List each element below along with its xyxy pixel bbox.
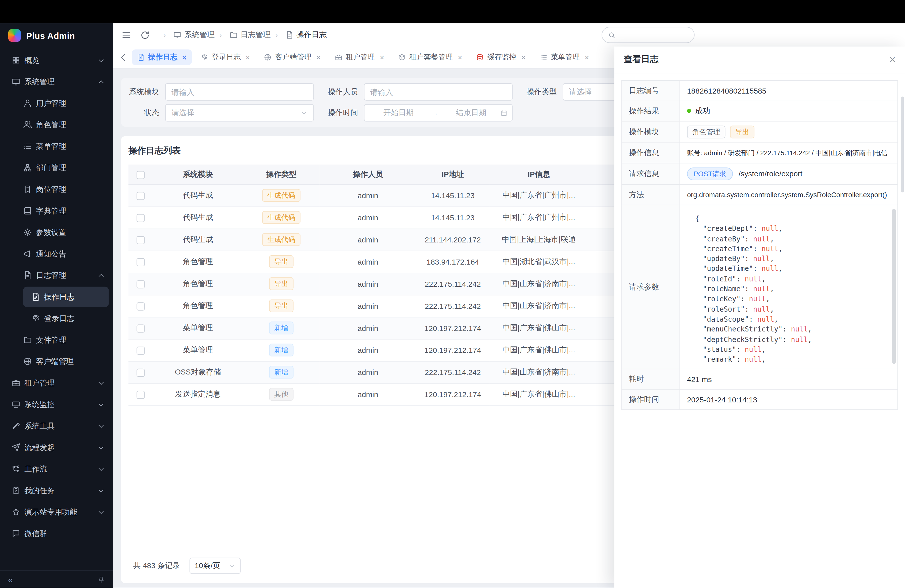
topbar: › 系统管理 › 日志管理 › <box>113 23 905 46</box>
field-label: 操作结果 <box>622 101 680 121</box>
cell-ip: 183.94.172.164 <box>416 251 489 273</box>
tab[interactable]: 租户管理 × <box>330 49 390 65</box>
page-size-select[interactable]: 10条/页 <box>189 558 241 574</box>
breadcrumb-item[interactable]: › 日志管理 <box>215 30 271 40</box>
sidebar-item[interactable]: 登录日志 <box>23 308 109 329</box>
sidebar-item[interactable]: 系统管理 <box>5 72 109 92</box>
select-all-checkbox[interactable] <box>137 171 144 179</box>
module-filter-input[interactable] <box>165 83 314 100</box>
params-scrollbar[interactable] <box>892 209 896 364</box>
sidebar-item[interactable]: 参数设置 <box>5 222 109 242</box>
field-label: 操作时间 <box>622 389 680 410</box>
json-line: createBy: null, <box>695 234 880 244</box>
breadcrumb-separator: › <box>164 30 166 39</box>
tab[interactable]: 客户端管理 × <box>259 49 326 65</box>
tab-close-icon[interactable]: × <box>245 53 250 61</box>
row-checkbox[interactable] <box>137 369 144 377</box>
list-icon <box>540 54 547 61</box>
sidebar-item[interactable]: 系统监控 <box>5 394 109 415</box>
success-dot-icon <box>687 109 691 113</box>
search-icon <box>608 31 615 39</box>
chevron-down-icon <box>229 563 235 569</box>
sidebar-item-label: 字典管理 <box>36 205 103 216</box>
row-checkbox[interactable] <box>137 280 144 288</box>
sidebar-item-label: 概览 <box>24 55 95 65</box>
sidebar-item[interactable]: 通知公告 <box>5 244 109 264</box>
tab-close-icon[interactable]: × <box>379 53 384 61</box>
cell-ip: 120.197.212.174 <box>416 317 489 339</box>
tabs-scroll-left-icon[interactable] <box>118 52 129 63</box>
breadcrumb-item[interactable]: › 操作日志 <box>271 30 327 40</box>
request-params-json: { createDept: null, createBy: null, crea… <box>687 209 891 365</box>
breadcrumb-item[interactable]: › 系统管理 <box>159 30 215 40</box>
sidebar-item[interactable]: 用户管理 <box>5 93 109 113</box>
sidebar-item[interactable]: 系统工具 <box>5 416 109 436</box>
tab-close-icon[interactable]: × <box>521 53 526 61</box>
cell-ip-info: 中国|广东省|佛山市|... <box>489 383 588 405</box>
screen: Plus Admin 概览 系统管理 <box>0 0 905 588</box>
sidebar-item-label: 我的任务 <box>24 485 95 496</box>
sidebar-item[interactable]: 概览 <box>5 50 109 70</box>
header-search-input[interactable] <box>602 27 695 43</box>
sidebar-item[interactable]: 租户管理 <box>5 373 109 393</box>
operator-filter-input[interactable] <box>364 83 513 100</box>
cell-operator: admin <box>320 251 416 273</box>
calendar-icon <box>500 110 508 116</box>
module-tag: 导出 <box>730 126 754 138</box>
sidebar-item[interactable]: 我的任务 <box>5 480 109 501</box>
tab[interactable]: 租户套餐管理 × <box>393 49 468 65</box>
chevron-icon <box>98 487 103 492</box>
sidebar-item[interactable]: 客户端管理 <box>5 351 109 372</box>
sidebar-collapse-button[interactable]: « <box>8 575 13 584</box>
duration-value: 421 ms <box>680 369 898 389</box>
sidebar-item[interactable]: 工作流 <box>5 459 109 479</box>
tab-close-icon[interactable]: × <box>182 53 187 61</box>
tab[interactable]: 菜单管理 × <box>535 49 595 65</box>
row-checkbox[interactable] <box>137 214 144 222</box>
pin-icon[interactable] <box>97 575 105 583</box>
tab[interactable]: 操作日志 × <box>132 49 192 65</box>
cell-operator: admin <box>320 339 416 361</box>
tab[interactable]: 登录日志 × <box>195 49 256 65</box>
sidebar-item[interactable]: 菜单管理 <box>5 136 109 156</box>
tab-close-icon[interactable]: × <box>457 53 462 61</box>
cell-module: 角色管理 <box>153 251 243 273</box>
box-icon <box>398 54 406 61</box>
row-checkbox[interactable] <box>137 346 144 354</box>
app-logo[interactable]: Plus Admin <box>0 23 113 48</box>
row-checkbox[interactable] <box>137 192 144 200</box>
cell-operator: admin <box>320 229 416 251</box>
drawer-close-icon[interactable]: × <box>889 54 896 65</box>
tab-close-icon[interactable]: × <box>584 53 589 61</box>
row-checkbox[interactable] <box>137 236 144 244</box>
col-ip-info: IP信息 <box>489 164 588 184</box>
sidebar-item-label: 登录日志 <box>44 313 103 324</box>
row-checkbox[interactable] <box>137 302 144 310</box>
operation-info-value: 账号: admin / 研发部门 / 222.175.114.242 / 中国|… <box>680 143 898 163</box>
cell-module: 菜单管理 <box>153 317 243 339</box>
module-filter-label: 系统模块 <box>129 87 159 97</box>
drawer-body: 日志编号 1882612840802115585 操作结果 成功 操作模块 角色 <box>614 73 905 588</box>
sidebar-item[interactable]: 部门管理 <box>5 158 109 178</box>
sidebar-item[interactable]: 操作日志 <box>23 287 109 307</box>
row-checkbox[interactable] <box>137 324 144 332</box>
tab-close-icon[interactable]: × <box>316 53 321 61</box>
sidebar-item[interactable]: 字典管理 <box>5 201 109 221</box>
sidebar-item[interactable]: 角色管理 <box>5 114 109 135</box>
drawer-scrollbar[interactable] <box>901 97 904 192</box>
time-range-picker[interactable]: 开始日期 → 结束日期 <box>364 104 513 121</box>
sidebar-item[interactable]: 流程发起 <box>5 437 109 458</box>
sidebar-item[interactable]: 岗位管理 <box>5 179 109 199</box>
sidebar-item[interactable]: 微信群 <box>5 523 109 544</box>
sidebar-item[interactable]: 文件管理 <box>5 330 109 350</box>
sidebar-item[interactable]: 演示站专用功能 <box>5 502 109 522</box>
sidebar-item[interactable]: 日志管理 <box>5 265 109 286</box>
row-checkbox[interactable] <box>137 391 144 399</box>
refresh-icon[interactable] <box>140 30 150 40</box>
status-filter-select[interactable]: 请选择 <box>165 104 314 121</box>
tab[interactable]: 缓存监控 × <box>471 49 531 65</box>
sidebar-item-label: 参数设置 <box>36 227 103 238</box>
hamburger-icon[interactable] <box>121 30 131 40</box>
row-checkbox[interactable] <box>137 258 144 266</box>
json-line: createDept: null, <box>695 224 880 234</box>
